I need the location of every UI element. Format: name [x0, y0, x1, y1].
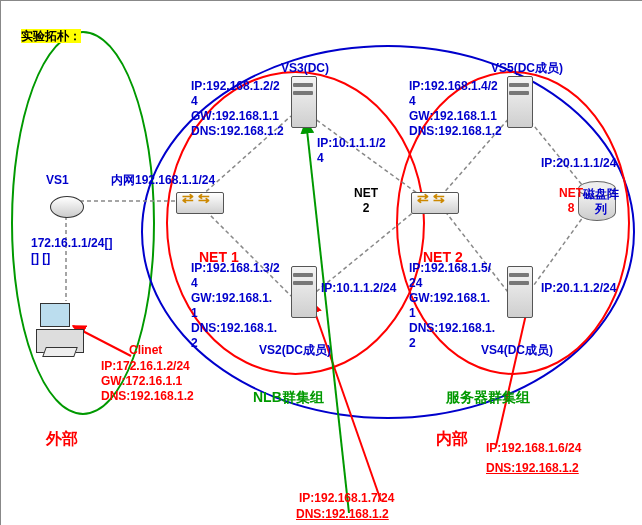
- inner1-ip: IP:192.168.1.6/24: [486, 441, 581, 456]
- disk-label: 磁盘阵 列: [583, 187, 619, 217]
- switch-mid: ⇄⇆: [411, 186, 457, 216]
- vs1-label: VS1: [46, 173, 69, 188]
- inner2-ip: IP:192.168.1.7/24: [299, 491, 394, 506]
- net2-mid-label: NET 2: [354, 186, 378, 216]
- client-label: Clinet: [129, 343, 162, 358]
- vs3-right-ip: IP:10.1.1.1/2 4: [317, 136, 386, 166]
- switch-left: ⇄⇆: [176, 186, 222, 216]
- nlb-group-label: NLB群集组: [253, 389, 324, 407]
- server-group-label: 服务器群集组: [446, 389, 530, 407]
- inner1-dns: DNS:192.168.1.2: [486, 461, 579, 476]
- vs5-label: VS5(DC成员): [491, 61, 563, 76]
- inner-zone-label: 内部: [436, 429, 468, 449]
- vs1-inside-ip: 内网192.168.1.1/24: [111, 173, 215, 188]
- vs5-right-ip: IP:20.1.1.1/24: [541, 156, 616, 171]
- client-pc: [36, 301, 86, 356]
- vs5-left-ip: IP:192.168.1.4/2 4 GW:192.168.1.1 DNS:19…: [409, 79, 502, 139]
- outer-zone-label: 外部: [46, 429, 78, 449]
- vs2-right-ip: IP:10.1.1.2/24: [321, 281, 396, 296]
- net8-label: NET 8: [559, 186, 583, 216]
- inner2-dns: DNS:192.168.1.2: [296, 507, 389, 522]
- diagram-title: 实验拓朴：: [21, 29, 81, 44]
- vs3-left-ip: IP:192.168.1.2/2 4 GW:192.168.1.1 DNS:19…: [191, 79, 284, 139]
- router-vs1: [46, 186, 86, 226]
- vs1-outside-ip: 172.16.1.1/24[] [] []: [31, 236, 112, 266]
- client-ip: IP:172.16.1.2/24 GW:172.16.1.1 DNS:192.1…: [101, 359, 194, 404]
- server-vs4: [499, 261, 539, 321]
- vs4-right-ip: IP:20.1.1.2/24: [541, 281, 616, 296]
- vs3-label: VS3(DC): [281, 61, 329, 76]
- vs2-left-ip: IP:192.168.1.3/2 4 GW:192.168.1. 1 DNS:1…: [191, 261, 280, 351]
- server-vs5: [499, 71, 539, 131]
- server-vs2: [283, 261, 323, 321]
- vs4-left-ip: IP:192.168.1.5/ 24 GW:192.168.1. 1 DNS:1…: [409, 261, 495, 351]
- server-vs3: [283, 71, 323, 131]
- diagram-canvas: { "title": "实验拓朴：", "zones": { "outer": …: [0, 0, 642, 525]
